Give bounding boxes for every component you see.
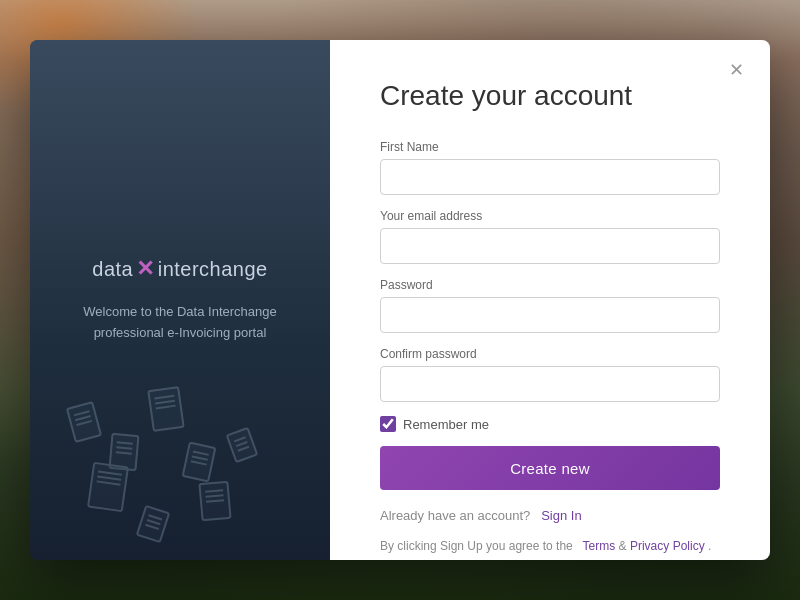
confirm-password-label: Confirm password: [380, 347, 720, 361]
close-button[interactable]: ✕: [722, 56, 750, 84]
create-new-button[interactable]: Create new: [380, 446, 720, 490]
logo-x-icon: ✕: [136, 256, 155, 282]
doc-icon-6: [87, 462, 129, 513]
remember-me-label: Remember me: [403, 417, 489, 432]
modal-overlay: data ✕ interchange Welcome to the Data I…: [0, 0, 800, 600]
confirm-password-group: Confirm password: [380, 347, 720, 402]
terms-row: By clicking Sign Up you agree to the Ter…: [380, 539, 720, 553]
tagline: Welcome to the Data Interchange professi…: [70, 302, 290, 344]
logo-interchange: interchange: [158, 258, 268, 281]
password-group: Password: [380, 278, 720, 333]
form-title: Create your account: [380, 80, 720, 112]
doc-icon-1: [66, 401, 102, 443]
terms-separator: &: [619, 539, 630, 553]
first-name-group: First Name: [380, 140, 720, 195]
confirm-password-input[interactable]: [380, 366, 720, 402]
remember-me-checkbox[interactable]: [380, 416, 396, 432]
doc-icon-7: [198, 481, 231, 521]
email-label: Your email address: [380, 209, 720, 223]
terms-prefix: By clicking Sign Up you agree to the: [380, 539, 573, 553]
password-label: Password: [380, 278, 720, 292]
remember-me-row: Remember me: [380, 416, 720, 432]
terms-suffix: .: [708, 539, 711, 553]
privacy-policy-link[interactable]: Privacy Policy: [630, 539, 705, 553]
doc-icon-4: [182, 441, 217, 482]
signin-link[interactable]: Sign In: [541, 508, 581, 523]
doc-icon-3: [147, 386, 185, 432]
first-name-label: First Name: [380, 140, 720, 154]
password-input[interactable]: [380, 297, 720, 333]
first-name-input[interactable]: [380, 159, 720, 195]
terms-link[interactable]: Terms: [583, 539, 616, 553]
decorative-icons: [30, 340, 330, 560]
logo-area: data ✕ interchange: [92, 256, 267, 282]
modal: data ✕ interchange Welcome to the Data I…: [30, 40, 770, 560]
signin-row: Already have an account? Sign In: [380, 508, 720, 523]
email-group: Your email address: [380, 209, 720, 264]
doc-icon-8: [136, 505, 171, 543]
email-input[interactable]: [380, 228, 720, 264]
modal-right-panel: ✕ Create your account First Name Your em…: [330, 40, 770, 560]
logo-data: data: [92, 258, 133, 281]
signin-prompt: Already have an account?: [380, 508, 530, 523]
modal-left-panel: data ✕ interchange Welcome to the Data I…: [30, 40, 330, 560]
doc-icon-5: [226, 427, 259, 463]
logo: data ✕ interchange: [92, 256, 267, 282]
